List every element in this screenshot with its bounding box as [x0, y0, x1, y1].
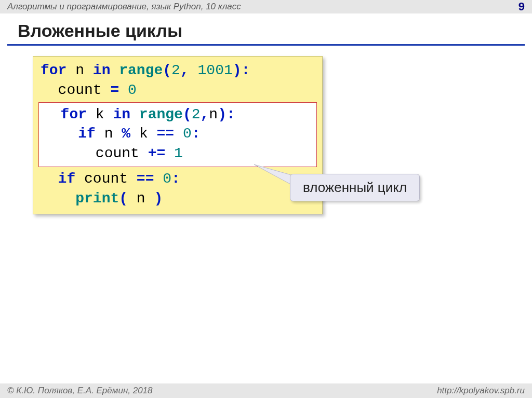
code-line-5: count += 1 [43, 144, 312, 163]
page-number: 9 [518, 0, 525, 13]
code-block: for n in range(2, 1001): count = 0 for k… [33, 56, 323, 214]
code-line-7: print( n ) [41, 189, 315, 209]
code-line-4: if n % k == 0: [43, 124, 312, 144]
title-underline [7, 44, 525, 46]
slide-title: Вложенные циклы [18, 21, 532, 41]
course-name: Алгоритмы и программирование, язык Pytho… [7, 0, 241, 13]
slide-header: Алгоритмы и программирование, язык Pytho… [0, 0, 532, 13]
code-line-6: if count == 0: [41, 169, 315, 189]
slide-footer: © К.Ю. Поляков, Е.А. Ерёмин, 2018 http:/… [0, 383, 532, 398]
inner-loop-box: for k in range(2,n): if n % k == 0: coun… [38, 102, 317, 167]
footer-copyright: © К.Ю. Поляков, Е.А. Ерёмин, 2018 [7, 383, 153, 398]
footer-url: http://kpolyakov.spb.ru [437, 383, 525, 398]
code-line-1: for n in range(2, 1001): [41, 61, 315, 80]
code-line-3: for k in range(2,n): [43, 105, 312, 125]
callout-box: вложенный цикл [290, 174, 420, 201]
callout-text: вложенный цикл [303, 180, 407, 195]
code-line-2: count = 0 [41, 80, 315, 100]
